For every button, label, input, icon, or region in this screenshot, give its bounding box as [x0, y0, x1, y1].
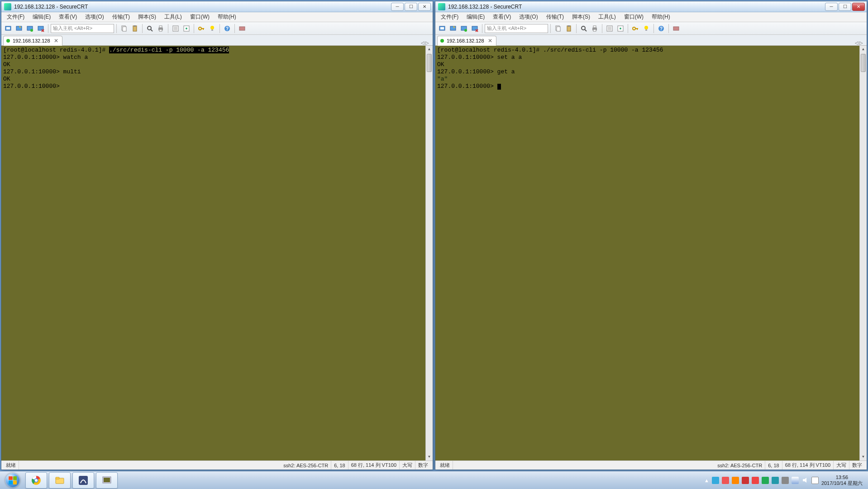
scroll-up-icon[interactable]: ▲: [426, 46, 433, 53]
taskbar-chrome[interactable]: [25, 472, 47, 489]
menu-script[interactable]: 脚本(S): [568, 12, 594, 22]
tray-show-hidden-icon[interactable]: ▲: [704, 478, 709, 483]
connect-icon[interactable]: [3, 24, 13, 34]
print-icon[interactable]: [156, 24, 166, 34]
menu-transfer[interactable]: 传输(T): [109, 12, 134, 22]
properties-icon[interactable]: [605, 24, 615, 34]
reconnect-icon[interactable]: [459, 24, 469, 34]
tab-prev-icon[interactable]: ◁: [421, 40, 424, 45]
menu-transfer[interactable]: 传输(T): [543, 12, 568, 22]
taskbar-explorer[interactable]: [49, 472, 71, 489]
tab-prev-icon[interactable]: ◁: [855, 40, 858, 45]
status-ready: 就绪: [437, 461, 453, 470]
taskbar-app2[interactable]: [96, 472, 118, 489]
paste-icon[interactable]: [130, 24, 140, 34]
clock-time: 13:56: [821, 475, 863, 480]
session-tab[interactable]: 192.168.132.128 ✕: [3, 36, 62, 46]
tab-next-icon[interactable]: ▷: [425, 40, 429, 45]
terminal[interactable]: [root@localhost redis-4.0.1]# ./src/redi…: [435, 46, 867, 460]
tray-icon[interactable]: [782, 477, 789, 484]
vertical-scrollbar[interactable]: ▲ ▼: [425, 46, 433, 460]
close-button[interactable]: ✕: [852, 3, 865, 11]
status-ready: 就绪: [3, 461, 19, 470]
scroll-thumb[interactable]: [427, 54, 432, 72]
tray-icon[interactable]: [732, 477, 739, 484]
menu-tools[interactable]: 工具(L): [161, 12, 186, 22]
minimize-button[interactable]: ─: [825, 3, 838, 11]
find-icon[interactable]: [145, 24, 155, 34]
quick-connect-icon[interactable]: [448, 24, 458, 34]
toggle-icon[interactable]: [237, 24, 247, 34]
tray-icon[interactable]: [762, 477, 769, 484]
menu-file[interactable]: 文件(F): [437, 12, 462, 22]
taskbar-app1[interactable]: [72, 472, 94, 489]
tab-next-icon[interactable]: ▷: [859, 40, 863, 45]
tray-icon[interactable]: [712, 477, 719, 484]
options-icon[interactable]: [181, 24, 191, 34]
scroll-up-icon[interactable]: ▲: [860, 46, 867, 53]
titlebar[interactable]: 192.168.132.128 - SecureCRT ─ ☐ ✕: [1, 1, 433, 12]
tray-volume-icon[interactable]: [801, 477, 809, 484]
tray-network-icon[interactable]: [792, 477, 799, 484]
menu-help[interactable]: 帮助(H): [648, 12, 674, 22]
quick-connect-icon[interactable]: [14, 24, 24, 34]
highlighted-command: ./src/redis-cli -p 10000 -a 123456: [109, 47, 229, 53]
key-icon[interactable]: [196, 24, 206, 34]
menu-window[interactable]: 窗口(W): [186, 12, 213, 22]
status-protocol: ssh2: AES-256-CTR: [281, 461, 331, 470]
scroll-down-icon[interactable]: ▼: [426, 453, 433, 460]
menu-help[interactable]: 帮助(H): [214, 12, 240, 22]
reconnect-icon[interactable]: [25, 24, 35, 34]
disconnect-icon[interactable]: [36, 24, 46, 34]
menu-view[interactable]: 查看(V): [489, 12, 515, 22]
host-input[interactable]: 输入主机 <Alt+R>: [485, 24, 548, 33]
prompt-text: [root@localhost redis-4.0.1]#: [3, 47, 109, 53]
copy-icon[interactable]: [119, 24, 129, 34]
tray-icon[interactable]: [752, 477, 759, 484]
tray-icon[interactable]: [742, 477, 749, 484]
host-input[interactable]: 输入主机 <Alt+R>: [51, 24, 114, 33]
options-icon[interactable]: [615, 24, 625, 34]
disconnect-icon[interactable]: [470, 24, 480, 34]
menu-edit[interactable]: 编辑(E): [463, 12, 488, 22]
copy-icon[interactable]: [553, 24, 563, 34]
tray-icon[interactable]: [722, 477, 729, 484]
lightbulb-icon[interactable]: [207, 24, 217, 34]
terminal-line: 127.0.0.1:10000> watch a: [3, 54, 431, 61]
tray-battery-icon[interactable]: [811, 477, 819, 484]
toggle-icon[interactable]: [671, 24, 681, 34]
session-tab[interactable]: 192.168.132.128 ✕: [437, 36, 496, 46]
tab-close-icon[interactable]: ✕: [53, 38, 59, 44]
taskbar-clock[interactable]: 13:56 2017/10/14 星期六: [821, 475, 863, 486]
lightbulb-icon[interactable]: [641, 24, 651, 34]
titlebar[interactable]: 192.168.132.128 - SecureCRT ─ ☐ ✕: [435, 1, 867, 12]
menu-edit[interactable]: 编辑(E): [29, 12, 54, 22]
scroll-down-icon[interactable]: ▼: [860, 453, 867, 460]
menu-view[interactable]: 查看(V): [55, 12, 81, 22]
help-icon[interactable]: ?: [656, 24, 666, 34]
status-num: 数字: [849, 461, 865, 470]
menu-file[interactable]: 文件(F): [3, 12, 28, 22]
menu-options[interactable]: 选项(O): [81, 12, 107, 22]
paste-icon[interactable]: [564, 24, 574, 34]
print-icon[interactable]: [590, 24, 600, 34]
help-icon[interactable]: ?: [222, 24, 232, 34]
terminal[interactable]: [root@localhost redis-4.0.1]# ./src/redi…: [1, 46, 433, 460]
maximize-button[interactable]: ☐: [405, 3, 417, 11]
start-button[interactable]: [2, 472, 24, 489]
connect-icon[interactable]: [437, 24, 447, 34]
close-button[interactable]: ✕: [418, 3, 431, 11]
key-icon[interactable]: [630, 24, 640, 34]
tab-close-icon[interactable]: ✕: [487, 38, 493, 44]
scroll-thumb[interactable]: [861, 54, 866, 72]
menu-window[interactable]: 窗口(W): [620, 12, 647, 22]
tray-icon[interactable]: [772, 477, 779, 484]
find-icon[interactable]: [579, 24, 589, 34]
minimize-button[interactable]: ─: [391, 3, 404, 11]
menu-script[interactable]: 脚本(S): [134, 12, 160, 22]
vertical-scrollbar[interactable]: ▲ ▼: [859, 46, 867, 460]
maximize-button[interactable]: ☐: [839, 3, 851, 11]
menu-tools[interactable]: 工具(L): [595, 12, 620, 22]
menu-options[interactable]: 选项(O): [515, 12, 541, 22]
properties-icon[interactable]: [171, 24, 181, 34]
